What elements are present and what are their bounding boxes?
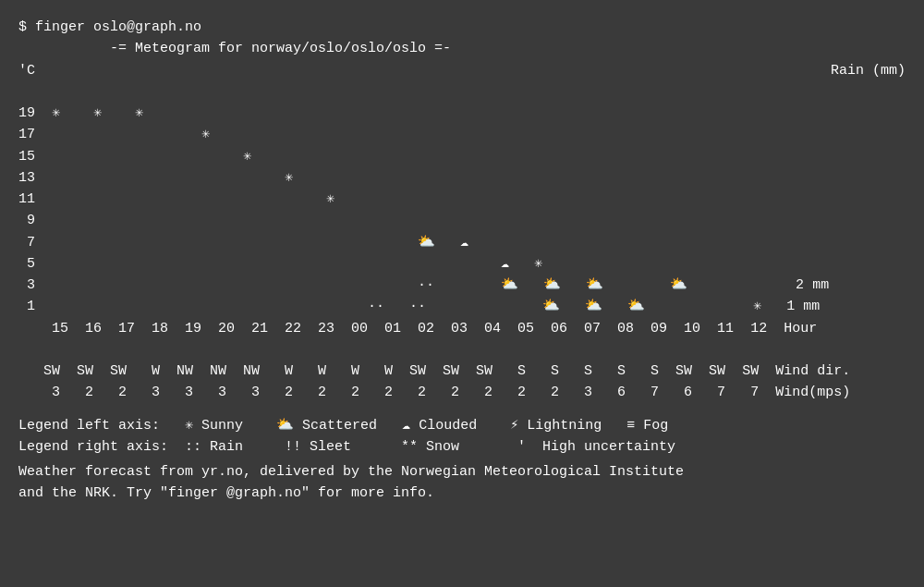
chart-area: 19 ✳ ✳ ✳ 17 ✳ 15 ✳ 13 ✳ 11 ✳ 9 7 ⛅ ☁: [18, 81, 906, 361]
wind-dir-row: SW SW SW W NW NW NW W W W W SW SW SW S S…: [18, 361, 906, 382]
row-9: 9: [18, 213, 35, 228]
row-17: 17 ✳: [18, 127, 210, 142]
row-1: 1 ·· ·· ⛅ ⛅ ⛅ ✳ 1 mm: [18, 299, 820, 314]
row-5: 5 ☁ ✳: [18, 256, 542, 272]
wind-spd-row: 3 2 2 3 3 3 3 2 2 2 2 2 2 2 2 2 3 6 7 6 …: [18, 382, 906, 403]
row-15: 15 ✳: [18, 149, 251, 165]
legend-line-1: Legend left axis: ✳ Sunny ⛅ Scattered ☁ …: [18, 415, 906, 436]
rain-label: Rain (mm): [831, 60, 906, 81]
footer-line-1: Weather forecast from yr.no, delivered b…: [18, 461, 906, 483]
hour-axis: 15 16 17 18 19 20 21 22 23 00 01 02 03 0…: [18, 321, 817, 336]
legend-line-2: Legend right axis: :: Rain !! Sleet ** S…: [18, 436, 906, 458]
row-11: 11 ✳: [18, 191, 334, 207]
y-axis-label: 'C: [18, 60, 35, 81]
title-line: -= Meteogram for norway/oslo/oslo/oslo =…: [18, 38, 906, 59]
row-7: 7 ⛅ ☁: [18, 235, 468, 251]
row-3: 3 ·· ⛅ ⛅ ⛅ ⛅ 2 mm: [18, 277, 829, 293]
row-13: 13 ✳: [18, 170, 293, 186]
command-line: $ finger oslo@graph.no: [18, 17, 906, 38]
terminal-container: $ finger oslo@graph.no -= Meteogram for …: [18, 17, 906, 505]
axis-rain-labels: 'C Rain (mm): [18, 60, 906, 81]
row-19: 19 ✳ ✳ ✳: [18, 105, 143, 121]
footer-line-2: and the NRK. Try "finger @graph.no" for …: [18, 483, 906, 504]
